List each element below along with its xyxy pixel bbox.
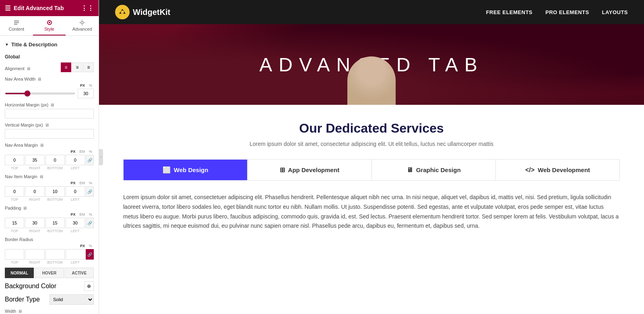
section-toggle[interactable]: ▼ Title & Description (5, 39, 94, 50)
state-hover-button[interactable]: HOVER (35, 268, 64, 278)
nav-pro-elements[interactable]: PRO ELEMENTS (545, 9, 589, 15)
px-unit-border-radius[interactable]: PX (78, 243, 87, 248)
nav-item-margin-bottom[interactable] (45, 186, 65, 197)
graphic-design-icon: 🖥 (407, 166, 413, 174)
horiz-margin-label: Horizontal Margin (px) (5, 102, 48, 107)
tab-advanced[interactable]: Advanced (66, 16, 99, 35)
nav-area-margin-label: Nav Area Margin (5, 143, 38, 148)
logo-icon (115, 5, 130, 19)
nav-layouts[interactable]: LAYOUTS (602, 9, 628, 15)
alignment-row: Alignment 🖥 ≡ ≡ ≡ (5, 62, 94, 73)
sidebar-title: Edit Advanced Tab (14, 5, 64, 11)
advanced-icon (79, 19, 85, 26)
nav-area-margin-right[interactable] (25, 155, 44, 165)
border-radius-units: PX % (5, 243, 94, 248)
px-unit-padding[interactable]: PX (69, 212, 77, 217)
padding-right[interactable] (25, 218, 44, 228)
padding-bottom[interactable] (45, 218, 65, 228)
state-normal-button[interactable]: NORMAL (5, 268, 34, 278)
title-description-section: ▼ Title & Description Global Alignment 🖥… (0, 36, 99, 314)
percent-unit-nav-area-margin[interactable]: % (87, 149, 94, 154)
px-unit-nav-area-margin[interactable]: PX (69, 149, 77, 154)
vert-margin-label-row: Vertical Margin (px) 🖥 (5, 123, 94, 127)
content-icon (13, 19, 20, 26)
border-radius-trbl: TOP RIGHT BOTTOM LEFT (5, 260, 94, 264)
percent-unit-border-radius[interactable]: % (87, 243, 94, 248)
section-label: Title & Description (11, 42, 58, 48)
nav-item-margin-link[interactable]: 🔗 (86, 186, 94, 197)
tab-web-design[interactable]: ⬜ Web Design (124, 160, 248, 180)
border-radius-bottom[interactable] (45, 249, 65, 260)
tab-web-dev-label: Web Development (538, 166, 590, 173)
border-radius-left[interactable] (66, 249, 85, 260)
percent-unit-nav-item-margin[interactable]: % (87, 181, 94, 185)
px-unit-nav-width[interactable]: PX (78, 83, 87, 88)
padding-fields: 🔗 (5, 218, 94, 228)
svg-rect-0 (14, 21, 19, 21)
padding-trbl: TOP RIGHT BOTTOM LEFT (5, 229, 94, 233)
svg-point-7 (121, 10, 124, 14)
bg-color-button[interactable]: ⊕ (84, 281, 94, 291)
nav-area-margin-bottom[interactable] (45, 155, 65, 165)
nav-area-margin-link[interactable]: 🔗 (86, 155, 94, 165)
grid-icon[interactable]: ⋮⋮ (81, 4, 94, 12)
percent-unit-nav-width[interactable]: % (87, 83, 94, 88)
align-left-button[interactable]: ≡ (61, 62, 71, 72)
em-unit-padding[interactable]: EM (78, 212, 87, 217)
monitor-icon-nav-area-margin: 🖥 (39, 143, 44, 148)
style-icon (46, 19, 53, 26)
border-radius-label-row: Border Radius (5, 237, 94, 242)
tab-style[interactable]: Style (33, 16, 66, 35)
padding-label: Padding (5, 206, 21, 210)
border-radius-label: Border Radius (5, 237, 33, 242)
padding-units: PX EM % (5, 212, 94, 217)
nav-width-slider[interactable] (5, 93, 75, 94)
tab-web-development[interactable]: </> Web Development (496, 160, 619, 180)
hamburger-icon[interactable]: ☰ (5, 4, 10, 12)
state-active-button[interactable]: ACTIVE (65, 268, 94, 278)
vert-margin-input[interactable] (5, 129, 94, 139)
svg-rect-2 (14, 24, 17, 25)
nav-item-margin-left[interactable] (66, 186, 85, 197)
tab-graphic-design[interactable]: 🖥 Graphic Design (372, 160, 496, 180)
alignment-label-row: Alignment 🖥 (5, 66, 31, 71)
sidebar-collapse-handle[interactable]: ‹ (99, 149, 103, 165)
horiz-margin-input[interactable] (5, 109, 94, 119)
px-unit-nav-item-margin[interactable]: PX (69, 181, 77, 185)
tab-app-development[interactable]: ⊞ App Development (248, 160, 372, 180)
em-unit-nav-area-margin[interactable]: EM (78, 149, 87, 154)
border-type-select[interactable]: None Solid Dashed Dotted Double (50, 294, 94, 305)
nav-item-margin-label: Nav Item Margin (5, 174, 37, 179)
nav-area-margin-left[interactable] (66, 155, 85, 165)
padding-link[interactable]: 🔗 (86, 218, 94, 228)
monitor-icon-nav-item-margin: 🖥 (39, 174, 43, 179)
sidebar-header-left: ☰ Edit Advanced Tab (5, 4, 64, 12)
border-radius-top[interactable] (5, 249, 24, 260)
nav-free-elements[interactable]: FREE ELEMENTS (486, 9, 533, 15)
nav-item-margin-top[interactable] (5, 186, 24, 197)
nav-width-label: Nav Area Width (5, 77, 35, 81)
nav-area-margin-top[interactable] (5, 155, 24, 165)
alignment-buttons: ≡ ≡ ≡ (61, 62, 94, 72)
svg-point-4 (49, 22, 50, 23)
width-label: Width (5, 309, 16, 314)
svg-point-5 (81, 21, 83, 24)
monitor-icon-alignment: 🖥 (26, 66, 31, 71)
nav-width-units: PX % (5, 83, 94, 88)
percent-unit-padding[interactable]: % (87, 212, 94, 217)
tab-web-design-label: Web Design (174, 166, 208, 173)
border-radius-link[interactable]: 🔗 (86, 249, 94, 260)
padding-left[interactable] (66, 218, 85, 228)
align-center-button[interactable]: ≡ (72, 62, 83, 72)
sidebar-header: ☰ Edit Advanced Tab ⋮⋮ (0, 0, 99, 16)
tab-content[interactable]: Content (0, 16, 33, 35)
navbar: WidgetKit FREE ELEMENTS PRO ELEMENTS LAY… (99, 0, 644, 24)
padding-top[interactable] (5, 218, 24, 228)
nav-item-margin-right[interactable] (25, 186, 44, 197)
nav-width-input[interactable]: 30 (78, 89, 94, 98)
border-radius-right[interactable] (25, 249, 44, 260)
vert-margin-label: Vertical Margin (px) (5, 123, 43, 127)
alignment-label: Alignment (5, 66, 25, 71)
align-right-button[interactable]: ≡ (83, 62, 94, 72)
em-unit-nav-item-margin[interactable]: EM (78, 181, 87, 185)
